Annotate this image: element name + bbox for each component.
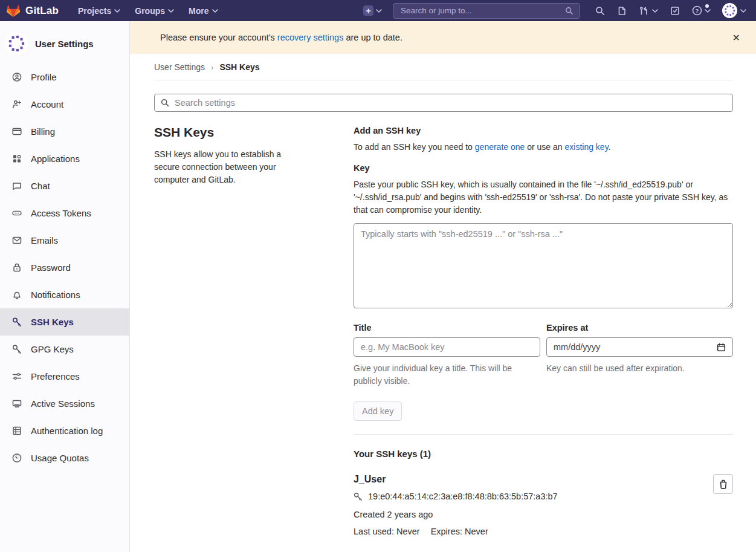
sidebar-item-usage-quotas[interactable]: Usage Quotas — [0, 444, 129, 472]
title-field-label: Title — [354, 323, 540, 333]
sidebar-item-preferences[interactable]: Preferences — [0, 363, 129, 390]
chevron-down-icon — [705, 9, 711, 13]
navbar-right: + ? — [360, 1, 750, 21]
search-icon — [161, 99, 169, 107]
key-field-help: Paste your public SSH key, which is usua… — [354, 178, 733, 216]
title-field-help: Give your individual key a title. This w… — [354, 362, 523, 388]
calendar-icon[interactable] — [717, 343, 726, 352]
delete-key-button[interactable] — [713, 474, 733, 494]
breadcrumb-ssh-keys: SSH Keys — [219, 62, 259, 72]
nav-projects-menu[interactable]: Projects — [72, 2, 126, 19]
key-title-input[interactable] — [354, 337, 540, 357]
main-content: Please ensure your account's recovery se… — [130, 0, 756, 552]
global-search-box — [393, 3, 580, 19]
top-navbar: GitLab Projects Groups More + — [0, 0, 756, 21]
sidebar-item-ssh-keys[interactable]: SSH Keys — [0, 308, 129, 336]
key-name-link[interactable]: J_User — [354, 474, 713, 485]
page-description: SSH keys allow you to establish a secure… — [154, 148, 308, 186]
chevron-right-icon: › — [211, 63, 213, 72]
existing-key-link[interactable]: existing key — [565, 142, 609, 152]
ssh-key-list-item: J_User 19:e0:44:a5:14:c2:3a:e8:f8:48:8b:… — [354, 474, 733, 536]
settings-sidebar: User Settings Profile Account Billing Ap… — [0, 21, 130, 552]
merge-requests-button[interactable] — [635, 3, 662, 19]
gitlab-logo-icon — [6, 4, 21, 18]
settings-search-input[interactable] — [173, 97, 726, 108]
gauge-icon — [12, 453, 22, 463]
chevron-down-icon — [376, 9, 382, 13]
sidebar-title: User Settings — [35, 39, 94, 49]
sidebar-item-password[interactable]: Password — [0, 254, 129, 281]
close-icon[interactable]: ✕ — [728, 30, 745, 46]
avatar — [5, 32, 28, 55]
chat-bubble-icon — [12, 181, 22, 191]
generate-one-link[interactable]: generate one — [475, 142, 525, 152]
breadcrumb: User Settings › SSH Keys — [154, 54, 733, 80]
notification-dot — [705, 4, 709, 8]
sidebar-item-applications[interactable]: Applications — [0, 145, 129, 172]
expires-field-group: Expires at mm/dd/yyyy Key can still be u… — [546, 323, 733, 388]
user-menu-button[interactable] — [719, 1, 750, 21]
sidebar-item-profile[interactable]: Profile — [0, 63, 129, 91]
title-field-group: Title Give your individual key a title. … — [354, 323, 540, 388]
recovery-settings-alert: Please ensure your account's recovery se… — [130, 21, 756, 54]
section-intro: SSH Keys SSH keys allow you to establish… — [154, 125, 354, 536]
ssh-key-textarea[interactable] — [354, 223, 733, 308]
sliders-icon — [12, 371, 22, 382]
key-icon — [12, 317, 22, 327]
sidebar-item-emails[interactable]: Emails — [0, 227, 129, 254]
breadcrumb-user-settings[interactable]: User Settings — [154, 62, 205, 72]
page-title: SSH Keys — [154, 125, 354, 140]
sidebar-item-gpg-keys[interactable]: GPG Keys — [0, 336, 129, 363]
expires-field-label: Expires at — [546, 323, 733, 333]
token-pill-icon — [12, 208, 22, 218]
sidebar-item-authentication-log[interactable]: Authentication log — [0, 417, 129, 444]
sidebar-item-billing[interactable]: Billing — [0, 118, 129, 145]
form-intro: To add an SSH key you need to generate o… — [354, 141, 733, 153]
gitlab-home-link[interactable]: GitLab — [6, 4, 59, 18]
log-table-icon — [12, 426, 22, 436]
nav-groups-menu[interactable]: Groups — [129, 2, 180, 19]
section-divider — [354, 434, 733, 435]
sidebar-item-access-tokens[interactable]: Access Tokens — [0, 200, 129, 227]
account-icon — [12, 99, 22, 109]
sidebar-item-active-sessions[interactable]: Active Sessions — [0, 390, 129, 417]
expires-at-input[interactable]: mm/dd/yyyy — [546, 337, 733, 357]
trash-icon — [719, 479, 728, 489]
key-created-text: Created 2 years ago — [354, 510, 713, 519]
new-menu-button[interactable]: + — [360, 3, 386, 18]
lock-icon — [12, 262, 22, 273]
global-search-input[interactable] — [399, 5, 565, 16]
add-key-button[interactable]: Add key — [354, 401, 402, 421]
sidebar-item-chat[interactable]: Chat — [0, 172, 129, 200]
search-button[interactable] — [591, 3, 609, 19]
chevron-down-icon — [114, 9, 120, 13]
todos-button[interactable] — [666, 3, 684, 19]
key-fingerprint: 19:e0:44:a5:14:c2:3a:e8:f8:48:8b:63:5b:5… — [368, 492, 558, 501]
nav-more-menu[interactable]: More — [183, 2, 224, 19]
key-icon — [354, 492, 363, 501]
issues-button[interactable] — [613, 3, 631, 19]
sidebar-header: User Settings — [0, 27, 129, 63]
sidebar-item-notifications[interactable]: Notifications — [0, 281, 129, 308]
key-last-used: Last used: Never — [354, 527, 420, 536]
chevron-down-icon — [652, 9, 658, 13]
nav-menu: Projects Groups More — [72, 2, 224, 19]
keys-list-heading: Your SSH keys (1) — [354, 449, 733, 459]
expires-field-help: Key can still be used after expiration. — [546, 362, 716, 375]
form-heading: Add an SSH key — [354, 126, 733, 135]
chevron-down-icon — [168, 9, 174, 13]
key-expires: Expires: Never — [431, 527, 488, 536]
recovery-settings-link[interactable]: recovery settings — [277, 33, 344, 42]
alert-text: Please ensure your account's recovery se… — [160, 33, 402, 42]
date-placeholder: mm/dd/yyyy — [554, 342, 600, 352]
sidebar-item-account[interactable]: Account — [0, 91, 129, 118]
bell-icon — [12, 290, 22, 300]
help-menu-button[interactable]: ? — [688, 2, 715, 19]
applications-grid-icon — [12, 154, 22, 164]
envelope-icon — [12, 235, 22, 245]
avatar — [722, 3, 737, 18]
plus-icon: + — [363, 5, 373, 16]
key-field-label: Key — [354, 163, 733, 173]
profile-icon — [12, 72, 22, 82]
settings-search-box — [154, 94, 733, 112]
